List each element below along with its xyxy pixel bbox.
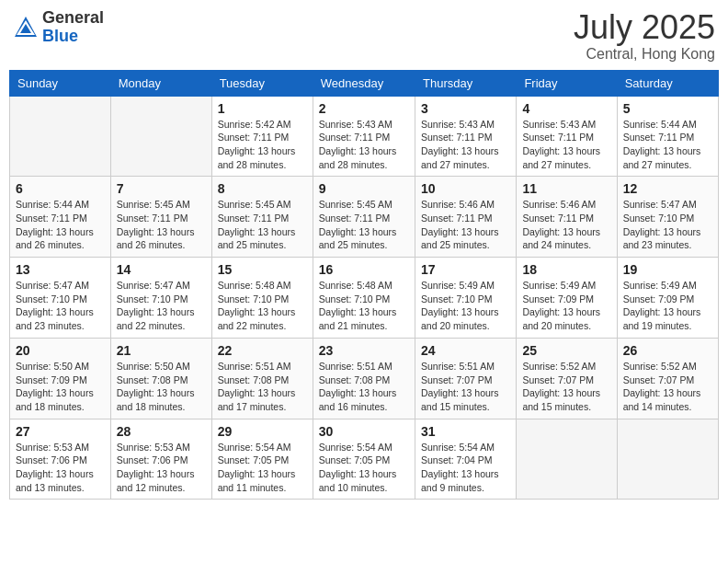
calendar-cell: 18Sunrise: 5:49 AM Sunset: 7:09 PM Dayli… bbox=[517, 258, 617, 339]
title-block: July 2025 Central, Hong Kong bbox=[574, 9, 715, 63]
calendar-cell bbox=[517, 419, 617, 500]
calendar-cell: 5Sunrise: 5:44 AM Sunset: 7:11 PM Daylig… bbox=[617, 96, 718, 177]
day-info: Sunrise: 5:53 AM Sunset: 7:06 PM Dayligh… bbox=[16, 441, 105, 495]
day-info: Sunrise: 5:42 AM Sunset: 7:11 PM Dayligh… bbox=[218, 118, 307, 172]
calendar-cell: 13Sunrise: 5:47 AM Sunset: 7:10 PM Dayli… bbox=[10, 258, 111, 339]
day-number: 5 bbox=[623, 101, 712, 116]
calendar-cell bbox=[617, 419, 718, 500]
weekday-header: Saturday bbox=[617, 70, 718, 96]
calendar-cell: 30Sunrise: 5:54 AM Sunset: 7:05 PM Dayli… bbox=[313, 419, 415, 500]
logo-text: General Blue bbox=[42, 9, 104, 46]
calendar-table: SundayMondayTuesdayWednesdayThursdayFrid… bbox=[9, 70, 719, 500]
calendar-cell: 24Sunrise: 5:51 AM Sunset: 7:07 PM Dayli… bbox=[415, 338, 516, 419]
day-info: Sunrise: 5:43 AM Sunset: 7:11 PM Dayligh… bbox=[319, 118, 409, 172]
calendar-cell: 2Sunrise: 5:43 AM Sunset: 7:11 PM Daylig… bbox=[313, 96, 415, 177]
calendar-week-row: 13Sunrise: 5:47 AM Sunset: 7:10 PM Dayli… bbox=[10, 258, 719, 339]
day-info: Sunrise: 5:51 AM Sunset: 7:08 PM Dayligh… bbox=[218, 360, 307, 414]
day-number: 9 bbox=[319, 181, 409, 196]
calendar-cell: 29Sunrise: 5:54 AM Sunset: 7:05 PM Dayli… bbox=[211, 419, 313, 500]
day-number: 11 bbox=[522, 181, 610, 196]
calendar-cell: 19Sunrise: 5:49 AM Sunset: 7:09 PM Dayli… bbox=[617, 258, 718, 339]
day-number: 22 bbox=[218, 343, 307, 358]
calendar-cell: 21Sunrise: 5:50 AM Sunset: 7:08 PM Dayli… bbox=[110, 338, 211, 419]
calendar-cell: 10Sunrise: 5:46 AM Sunset: 7:11 PM Dayli… bbox=[415, 177, 516, 258]
calendar-cell: 22Sunrise: 5:51 AM Sunset: 7:08 PM Dayli… bbox=[211, 338, 313, 419]
calendar-cell: 8Sunrise: 5:45 AM Sunset: 7:11 PM Daylig… bbox=[211, 177, 313, 258]
calendar-cell: 31Sunrise: 5:54 AM Sunset: 7:04 PM Dayli… bbox=[415, 419, 516, 500]
calendar-week-row: 6Sunrise: 5:44 AM Sunset: 7:11 PM Daylig… bbox=[10, 177, 719, 258]
calendar-cell: 1Sunrise: 5:42 AM Sunset: 7:11 PM Daylig… bbox=[211, 96, 313, 177]
day-info: Sunrise: 5:47 AM Sunset: 7:10 PM Dayligh… bbox=[117, 279, 206, 333]
calendar-week-row: 1Sunrise: 5:42 AM Sunset: 7:11 PM Daylig… bbox=[10, 96, 719, 177]
weekday-header: Wednesday bbox=[313, 70, 415, 96]
day-info: Sunrise: 5:52 AM Sunset: 7:07 PM Dayligh… bbox=[522, 360, 610, 414]
day-number: 20 bbox=[16, 343, 105, 358]
day-info: Sunrise: 5:45 AM Sunset: 7:11 PM Dayligh… bbox=[117, 198, 206, 252]
calendar-cell: 23Sunrise: 5:51 AM Sunset: 7:08 PM Dayli… bbox=[313, 338, 415, 419]
calendar-cell: 14Sunrise: 5:47 AM Sunset: 7:10 PM Dayli… bbox=[110, 258, 211, 339]
day-number: 6 bbox=[16, 181, 105, 196]
calendar-cell: 27Sunrise: 5:53 AM Sunset: 7:06 PM Dayli… bbox=[10, 419, 111, 500]
day-number: 12 bbox=[623, 181, 712, 196]
day-info: Sunrise: 5:54 AM Sunset: 7:05 PM Dayligh… bbox=[319, 441, 409, 495]
day-info: Sunrise: 5:49 AM Sunset: 7:10 PM Dayligh… bbox=[421, 279, 510, 333]
day-number: 7 bbox=[117, 181, 206, 196]
calendar-cell: 9Sunrise: 5:45 AM Sunset: 7:11 PM Daylig… bbox=[313, 177, 415, 258]
day-info: Sunrise: 5:50 AM Sunset: 7:09 PM Dayligh… bbox=[16, 360, 105, 414]
day-number: 10 bbox=[421, 181, 510, 196]
day-info: Sunrise: 5:46 AM Sunset: 7:11 PM Dayligh… bbox=[522, 198, 610, 252]
calendar-cell: 20Sunrise: 5:50 AM Sunset: 7:09 PM Dayli… bbox=[10, 338, 111, 419]
day-number: 3 bbox=[421, 101, 510, 116]
calendar-cell: 4Sunrise: 5:43 AM Sunset: 7:11 PM Daylig… bbox=[517, 96, 617, 177]
day-number: 1 bbox=[218, 101, 307, 116]
calendar-header-row: SundayMondayTuesdayWednesdayThursdayFrid… bbox=[10, 70, 719, 96]
weekday-header: Thursday bbox=[415, 70, 516, 96]
day-number: 13 bbox=[16, 262, 105, 277]
day-number: 21 bbox=[117, 343, 206, 358]
calendar-cell: 11Sunrise: 5:46 AM Sunset: 7:11 PM Dayli… bbox=[517, 177, 617, 258]
day-info: Sunrise: 5:48 AM Sunset: 7:10 PM Dayligh… bbox=[319, 279, 409, 333]
weekday-header: Sunday bbox=[10, 70, 111, 96]
day-info: Sunrise: 5:52 AM Sunset: 7:07 PM Dayligh… bbox=[623, 360, 712, 414]
day-number: 16 bbox=[319, 262, 409, 277]
calendar-week-row: 20Sunrise: 5:50 AM Sunset: 7:09 PM Dayli… bbox=[10, 338, 719, 419]
day-number: 2 bbox=[319, 101, 409, 116]
weekday-header: Monday bbox=[110, 70, 211, 96]
day-number: 29 bbox=[218, 424, 307, 439]
logo: General Blue bbox=[13, 9, 104, 46]
calendar-week-row: 27Sunrise: 5:53 AM Sunset: 7:06 PM Dayli… bbox=[10, 419, 719, 500]
day-info: Sunrise: 5:51 AM Sunset: 7:07 PM Dayligh… bbox=[421, 360, 510, 414]
day-info: Sunrise: 5:43 AM Sunset: 7:11 PM Dayligh… bbox=[522, 118, 610, 172]
location-title: Central, Hong Kong bbox=[574, 46, 715, 63]
weekday-header: Tuesday bbox=[211, 70, 313, 96]
calendar-cell: 12Sunrise: 5:47 AM Sunset: 7:10 PM Dayli… bbox=[617, 177, 718, 258]
day-info: Sunrise: 5:43 AM Sunset: 7:11 PM Dayligh… bbox=[421, 118, 510, 172]
calendar-cell: 15Sunrise: 5:48 AM Sunset: 7:10 PM Dayli… bbox=[211, 258, 313, 339]
day-number: 28 bbox=[117, 424, 206, 439]
day-number: 23 bbox=[319, 343, 409, 358]
day-info: Sunrise: 5:47 AM Sunset: 7:10 PM Dayligh… bbox=[623, 198, 712, 252]
day-number: 31 bbox=[421, 424, 510, 439]
day-number: 24 bbox=[421, 343, 510, 358]
calendar-cell: 3Sunrise: 5:43 AM Sunset: 7:11 PM Daylig… bbox=[415, 96, 516, 177]
calendar-cell: 17Sunrise: 5:49 AM Sunset: 7:10 PM Dayli… bbox=[415, 258, 516, 339]
day-number: 15 bbox=[218, 262, 307, 277]
day-info: Sunrise: 5:49 AM Sunset: 7:09 PM Dayligh… bbox=[522, 279, 610, 333]
day-number: 18 bbox=[522, 262, 610, 277]
day-info: Sunrise: 5:44 AM Sunset: 7:11 PM Dayligh… bbox=[623, 118, 712, 172]
day-number: 14 bbox=[117, 262, 206, 277]
day-info: Sunrise: 5:47 AM Sunset: 7:10 PM Dayligh… bbox=[16, 279, 105, 333]
calendar-cell: 6Sunrise: 5:44 AM Sunset: 7:11 PM Daylig… bbox=[10, 177, 111, 258]
weekday-header: Friday bbox=[517, 70, 617, 96]
day-info: Sunrise: 5:54 AM Sunset: 7:05 PM Dayligh… bbox=[218, 441, 307, 495]
month-title: July 2025 bbox=[574, 9, 715, 46]
day-number: 4 bbox=[522, 101, 610, 116]
calendar-cell: 16Sunrise: 5:48 AM Sunset: 7:10 PM Dayli… bbox=[313, 258, 415, 339]
day-number: 17 bbox=[421, 262, 510, 277]
day-info: Sunrise: 5:44 AM Sunset: 7:11 PM Dayligh… bbox=[16, 198, 105, 252]
logo-general: General bbox=[42, 9, 104, 28]
day-info: Sunrise: 5:45 AM Sunset: 7:11 PM Dayligh… bbox=[319, 198, 409, 252]
calendar-cell bbox=[10, 96, 111, 177]
day-number: 27 bbox=[16, 424, 105, 439]
day-info: Sunrise: 5:48 AM Sunset: 7:10 PM Dayligh… bbox=[218, 279, 307, 333]
